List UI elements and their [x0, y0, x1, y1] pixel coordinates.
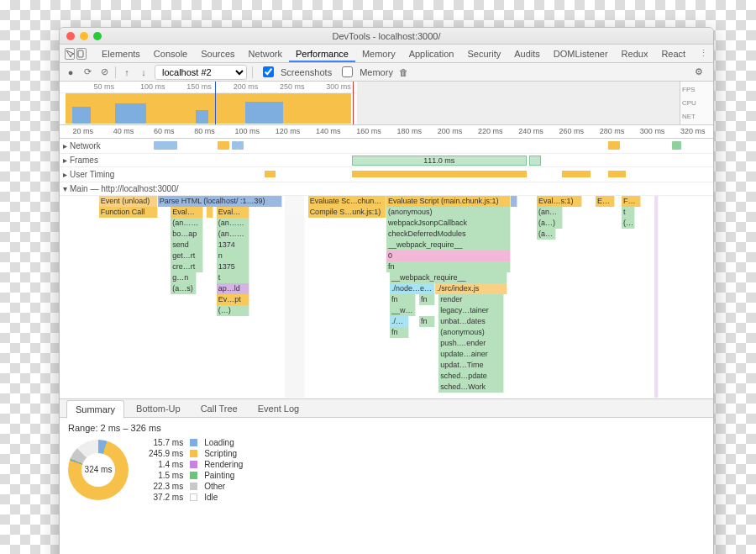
expand-icon[interactable]: ▸: [63, 170, 70, 179]
flame-block[interactable]: (a…): [622, 218, 635, 229]
settings-icon[interactable]: ⚙: [690, 66, 708, 77]
flame-block[interactable]: cre…rt: [171, 261, 203, 272]
flame-block[interactable]: fn: [386, 261, 511, 272]
tab-event-log[interactable]: Event Log: [249, 400, 308, 417]
flame-block[interactable]: unbat…dates: [438, 316, 504, 327]
expand-icon[interactable]: ▸: [63, 141, 70, 150]
reload-icon[interactable]: ⟳: [81, 66, 93, 77]
flame-block[interactable]: t: [217, 272, 249, 283]
flame-block[interactable]: (a…s): [537, 229, 556, 240]
flame-block[interactable]: Parse HTML (localhost/ :1…39): [158, 196, 282, 207]
load-profile-icon[interactable]: ↑: [121, 67, 133, 77]
flame-block[interactable]: __webpack_require__: [390, 272, 507, 283]
flame-block[interactable]: Function Call: [99, 207, 158, 218]
tab-domlistener[interactable]: DOMListener: [547, 45, 615, 62]
flame-block[interactable]: 1375: [217, 261, 249, 272]
save-profile-icon[interactable]: ↓: [138, 67, 150, 77]
flame-block[interactable]: checkDeferredModules: [386, 229, 511, 240]
flame-block[interactable]: Ev…: [596, 196, 615, 207]
flame-block[interactable]: Ev…pt: [217, 294, 249, 305]
flame-block[interactable]: (anonymous): [438, 327, 504, 338]
minimize-icon[interactable]: [80, 32, 88, 40]
flame-block[interactable]: 0: [386, 251, 511, 261]
tab-sources[interactable]: Sources: [194, 45, 241, 62]
tab-network[interactable]: Network: [242, 45, 289, 62]
tab-application[interactable]: Application: [402, 45, 461, 62]
flame-block[interactable]: Evaluate Sc…chunk.js:1): [308, 196, 386, 207]
flame-block[interactable]: (an…s): [537, 207, 563, 218]
close-icon[interactable]: [66, 32, 75, 40]
flame-block[interactable]: render: [438, 294, 504, 305]
flame-block[interactable]: (an…us): [217, 218, 249, 229]
flame-block[interactable]: fn: [419, 316, 435, 327]
flame-block[interactable]: t: [622, 207, 635, 218]
tab-call-tree[interactable]: Call Tree: [192, 400, 246, 417]
flame-block[interactable]: Event (unload): [99, 196, 158, 207]
flame-block[interactable]: ./src/index.js: [435, 283, 507, 294]
screenshots-checkbox[interactable]: [263, 66, 274, 77]
flame-block[interactable]: updat…Time: [438, 360, 504, 371]
flame-block[interactable]: push.…ender: [438, 338, 504, 349]
flame-block[interactable]: Fu…: [622, 196, 641, 207]
flame-block[interactable]: n: [217, 251, 249, 261]
device-toggle-icon[interactable]: [76, 48, 87, 60]
tab-security[interactable]: Security: [460, 45, 507, 62]
flame-block[interactable]: get…rt: [171, 251, 203, 261]
flame-block[interactable]: (…): [217, 305, 249, 316]
flame-block[interactable]: send: [171, 240, 203, 251]
frame-bar[interactable]: 111.0 ms: [352, 156, 527, 166]
flame-block[interactable]: (an…us): [217, 229, 249, 240]
tab-memory[interactable]: Memory: [355, 45, 402, 62]
flame-block[interactable]: (anonymous): [386, 207, 511, 218]
user-timing-track[interactable]: ▸ User Timing: [60, 167, 713, 182]
tab-react[interactable]: React: [654, 45, 692, 62]
flame-block[interactable]: Eval…:1): [217, 207, 249, 218]
flame-block[interactable]: fn: [390, 294, 416, 305]
flame-block[interactable]: Evaluate Script (main.chunk.js:1): [386, 196, 511, 207]
expand-icon[interactable]: ▸: [63, 156, 70, 165]
flame-block[interactable]: (a…): [537, 218, 563, 229]
collapse-icon[interactable]: ▾: [63, 184, 70, 193]
flame-block[interactable]: Eval…s:1): [171, 207, 203, 218]
flame-block[interactable]: fn: [419, 294, 435, 305]
flame-block[interactable]: Compile S…unk.js:1): [308, 207, 386, 218]
flame-block[interactable]: update…ainer: [438, 349, 504, 360]
flame-block[interactable]: ./…s: [390, 316, 409, 327]
frames-track[interactable]: ▸ Frames 111.0 ms: [60, 154, 713, 167]
flame-block[interactable]: Eval…s:1): [537, 196, 582, 207]
flame-block[interactable]: (an…us): [171, 218, 203, 229]
flame-block[interactable]: g…n: [171, 272, 197, 283]
more-icon[interactable]: ⋮: [692, 48, 714, 59]
flame-block[interactable]: (a…s): [171, 283, 197, 294]
flame-block[interactable]: legacy…tainer: [438, 305, 504, 316]
flame-block[interactable]: bo…ap: [171, 229, 203, 240]
flame-block[interactable]: ap…ld: [217, 283, 249, 294]
profile-select[interactable]: localhost #2: [155, 65, 247, 80]
overview-pane[interactable]: 50 ms 100 ms 150 ms 200 ms 250 ms 300 ms…: [60, 82, 713, 125]
zoom-icon[interactable]: [93, 32, 102, 40]
gc-icon[interactable]: 🗑: [398, 67, 410, 77]
flame-block[interactable]: sched…pdate: [438, 371, 504, 382]
flame-block[interactable]: webpackJsonpCallback: [386, 218, 511, 229]
tab-audits[interactable]: Audits: [507, 45, 547, 62]
record-icon[interactable]: ●: [65, 67, 76, 77]
clear-icon[interactable]: ⊘: [98, 66, 110, 77]
flame-block[interactable]: sched…Work: [438, 382, 504, 393]
flame-block[interactable]: __we…re__: [390, 305, 416, 316]
tab-bottom-up[interactable]: Bottom-Up: [128, 400, 189, 417]
tab-elements[interactable]: Elements: [95, 45, 147, 62]
flame-block[interactable]: __webpack_require__: [386, 240, 511, 251]
inspect-icon[interactable]: [65, 48, 75, 60]
main-track-header[interactable]: ▾ Main — http://localhost:3000/: [60, 182, 713, 196]
flame-chart[interactable]: Event (unload) Parse HTML (localhost/ :1…: [60, 196, 713, 399]
tab-performance[interactable]: Performance: [289, 45, 355, 62]
tab-summary[interactable]: Summary: [66, 400, 124, 419]
flame-block[interactable]: 1374: [217, 240, 249, 251]
flame-block[interactable]: [207, 207, 213, 218]
tab-console[interactable]: Console: [147, 45, 194, 62]
flame-block[interactable]: fn: [390, 327, 409, 338]
memory-checkbox[interactable]: [342, 66, 353, 77]
flame-block[interactable]: ./node…ent.js: [390, 283, 435, 294]
timeline-ruler[interactable]: 20 ms 40 ms 60 ms 80 ms 100 ms 120 ms 14…: [60, 125, 713, 139]
tab-redux[interactable]: Redux: [615, 45, 655, 62]
